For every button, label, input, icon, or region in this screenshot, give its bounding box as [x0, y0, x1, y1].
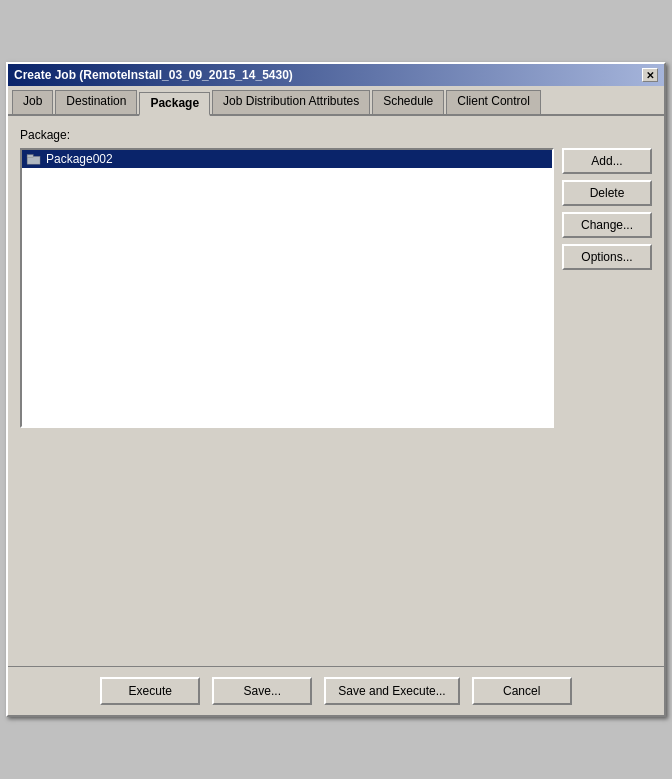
title-bar: Create Job (RemoteInstall_03_09_2015_14_…	[8, 64, 664, 86]
cancel-button[interactable]: Cancel	[472, 677, 572, 705]
add-button[interactable]: Add...	[562, 148, 652, 174]
svg-rect-1	[27, 155, 33, 158]
folder-icon	[26, 153, 42, 165]
package-label: Package:	[20, 128, 652, 142]
save-button[interactable]: Save...	[212, 677, 312, 705]
action-buttons: Add... Delete Change... Options...	[562, 148, 652, 270]
package-name: Package002	[46, 152, 113, 166]
create-job-dialog: Create Job (RemoteInstall_03_09_2015_14_…	[6, 62, 666, 717]
tab-job[interactable]: Job	[12, 90, 53, 114]
tab-bar: Job Destination Package Job Distribution…	[8, 86, 664, 116]
svg-rect-0	[27, 156, 40, 164]
list-item[interactable]: Package002	[22, 150, 552, 168]
save-execute-button[interactable]: Save and Execute...	[324, 677, 459, 705]
delete-button[interactable]: Delete	[562, 180, 652, 206]
tab-job-distribution[interactable]: Job Distribution Attributes	[212, 90, 370, 114]
close-button[interactable]: ✕	[642, 68, 658, 82]
execute-button[interactable]: Execute	[100, 677, 200, 705]
change-button[interactable]: Change...	[562, 212, 652, 238]
tab-schedule[interactable]: Schedule	[372, 90, 444, 114]
package-area: Package002 Add... Delete Change... Optio…	[20, 148, 652, 428]
footer: Execute Save... Save and Execute... Canc…	[8, 666, 664, 715]
tab-client-control[interactable]: Client Control	[446, 90, 541, 114]
options-button[interactable]: Options...	[562, 244, 652, 270]
dialog-title: Create Job (RemoteInstall_03_09_2015_14_…	[14, 68, 293, 82]
tab-destination[interactable]: Destination	[55, 90, 137, 114]
tab-package[interactable]: Package	[139, 92, 210, 116]
tab-content: Package: Package002 Add... Delete	[8, 116, 664, 666]
package-list[interactable]: Package002	[20, 148, 554, 428]
